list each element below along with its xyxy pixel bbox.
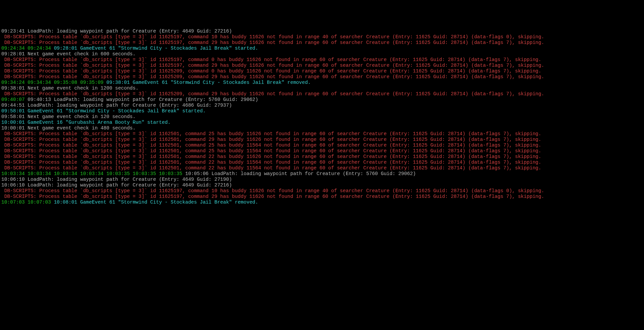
log-segment: DB-SCRIPTS: Process table `db_scripts [t… xyxy=(1,143,541,148)
log-segment: 09:38:01 Next game event check in 1200 s… xyxy=(1,86,139,91)
log-segment: 09:38:01 GameEvent 61 "Stormwind City - … xyxy=(106,80,311,85)
log-line: DB-SCRIPTS: Process table `db_scripts [t… xyxy=(1,148,643,154)
log-line: DB-SCRIPTS: Process table `db_scripts [t… xyxy=(1,143,643,148)
log-line: 09:38:01 Next game event check in 1200 s… xyxy=(1,86,643,91)
log-line: DB-SCRIPTS: Process table `db_scripts [t… xyxy=(1,165,643,171)
log-line: 09:44:51 LoadPath: loading waypoint path… xyxy=(1,103,643,108)
log-line: 10:07:03 10:07:03 10:08:01 GameEvent 61 … xyxy=(1,200,643,205)
log-line: 09:23:41 LoadPath: loading waypoint path… xyxy=(1,29,643,34)
log-segment: DB-SCRIPTS: Process table `db_scripts [t… xyxy=(1,68,541,74)
log-segment: 10:06:10 LoadPath: loading waypoint path… xyxy=(1,177,232,182)
log-line: DB-SCRIPTS: Process table `db_scripts [t… xyxy=(1,74,643,80)
log-segment: 09:40:13 LoadPath: loading waypoint path… xyxy=(28,97,258,102)
log-line: 10:06:10 LoadPath: loading waypoint path… xyxy=(1,182,643,188)
log-line: 09:58:01 Next game event check in 120 se… xyxy=(1,114,643,120)
log-segment: DB-SCRIPTS: Process table `db_scripts [t… xyxy=(1,188,544,194)
log-line: 10:03:34 10:03:34 10:03:34 10:03:34 10:0… xyxy=(1,171,643,177)
log-segment: DB-SCRIPTS: Process table `db_scripts [t… xyxy=(1,160,541,165)
log-segment: 10:06:10 LoadPath: loading waypoint path… xyxy=(1,182,232,188)
log-line: DB-SCRIPTS: Process table `db_scripts [t… xyxy=(1,160,643,165)
log-line: DB-SCRIPTS: Process table `db_scripts [t… xyxy=(1,68,643,74)
log-segment: 10:00:01 Next game event check in 480 se… xyxy=(1,125,136,131)
log-line: DB-SCRIPTS: Process table `db_scripts [t… xyxy=(1,131,643,137)
log-line: DB-SCRIPTS: Process table `db_scripts [t… xyxy=(1,57,643,63)
log-line: DB-SCRIPTS: Process table `db_scripts [t… xyxy=(1,63,643,68)
log-segment: DB-SCRIPTS: Process table `db_scripts [t… xyxy=(1,154,541,159)
log-line: DB-SCRIPTS: Process table `db_scripts [t… xyxy=(1,91,643,97)
log-segment: 09:24:34 09:24:34 xyxy=(1,46,54,51)
log-segment: 09:58:01 GameEvent 61 "Stormwind City - … xyxy=(1,108,206,114)
log-segment: 09:44:51 LoadPath: loading waypoint path… xyxy=(1,103,232,108)
log-line: DB-SCRIPTS: Process table `db_scripts [t… xyxy=(1,194,643,200)
log-segment: 09:34:24 09:34:34 09:35:08 09:35:09 xyxy=(1,80,106,85)
log-segment: DB-SCRIPTS: Process table `db_scripts [t… xyxy=(1,165,541,171)
log-segment: DB-SCRIPTS: Process table `db_scripts [t… xyxy=(1,74,544,79)
log-segment: 09:58:01 Next game event check in 120 se… xyxy=(1,114,136,119)
log-segment: 10:08:01 GameEvent 61 "Stormwind City - … xyxy=(54,200,258,205)
log-segment: 10:05:06 LoadPath: loading waypoint path… xyxy=(185,171,416,176)
log-segment: 09:28:01 GameEvent 61 "Stormwind City - … xyxy=(54,46,258,51)
log-segment: 10:07:03 10:07:03 xyxy=(1,200,54,205)
log-line: 10:00:01 GameEvent 16 "Gurubashi Arena B… xyxy=(1,120,643,125)
log-line: DB-SCRIPTS: Process table `db_scripts [t… xyxy=(1,188,643,194)
log-line: 09:24:34 09:24:34 09:28:01 GameEvent 61 … xyxy=(1,46,643,51)
log-segment: DB-SCRIPTS: Process table `db_scripts [t… xyxy=(1,34,544,40)
log-line: DB-SCRIPTS: Process table `db_scripts [t… xyxy=(1,154,643,160)
log-segment: 09:28:01 Next game event check in 600 se… xyxy=(1,51,136,57)
log-segment: DB-SCRIPTS: Process table `db_scripts [t… xyxy=(1,194,544,199)
log-segment: DB-SCRIPTS: Process table `db_scripts [t… xyxy=(1,148,541,154)
log-segment: DB-SCRIPTS: Process table `db_scripts [t… xyxy=(1,40,544,45)
log-line: 09:58:01 GameEvent 61 "Stormwind City - … xyxy=(1,108,643,114)
log-segment: 10:00:01 GameEvent 16 "Gurubashi Arena B… xyxy=(1,120,171,125)
log-line: DB-SCRIPTS: Process table `db_scripts [t… xyxy=(1,40,643,46)
log-segment: DB-SCRIPTS: Process table `db_scripts [t… xyxy=(1,91,544,97)
log-segment: 09:23:41 LoadPath: loading waypoint path… xyxy=(1,29,232,34)
log-segment: DB-SCRIPTS: Process table `db_scripts [t… xyxy=(1,137,541,142)
log-line: 09:34:24 09:34:34 09:35:08 09:35:09 09:3… xyxy=(1,80,643,86)
log-segment: DB-SCRIPTS: Process table `db_scripts [t… xyxy=(1,63,544,68)
log-segment: DB-SCRIPTS: Process table `db_scripts [t… xyxy=(1,131,541,136)
log-segment: 10:03:34 10:03:34 10:03:34 10:03:34 10:0… xyxy=(1,171,185,176)
log-line: DB-SCRIPTS: Process table `db_scripts [t… xyxy=(1,137,643,143)
log-segment: DB-SCRIPTS: Process table `db_scripts [t… xyxy=(1,57,541,62)
log-segment: 09:40:07 xyxy=(1,97,28,102)
log-line: 10:00:01 Next game event check in 480 se… xyxy=(1,125,643,131)
terminal-log[interactable]: 09:23:41 LoadPath: loading waypoint path… xyxy=(0,29,644,205)
log-line: 09:28:01 Next game event check in 600 se… xyxy=(1,51,643,57)
log-line: 09:40:07 09:40:13 LoadPath: loading wayp… xyxy=(1,97,643,103)
log-line: DB-SCRIPTS: Process table `db_scripts [t… xyxy=(1,34,643,40)
log-line: 10:06:10 LoadPath: loading waypoint path… xyxy=(1,177,643,182)
